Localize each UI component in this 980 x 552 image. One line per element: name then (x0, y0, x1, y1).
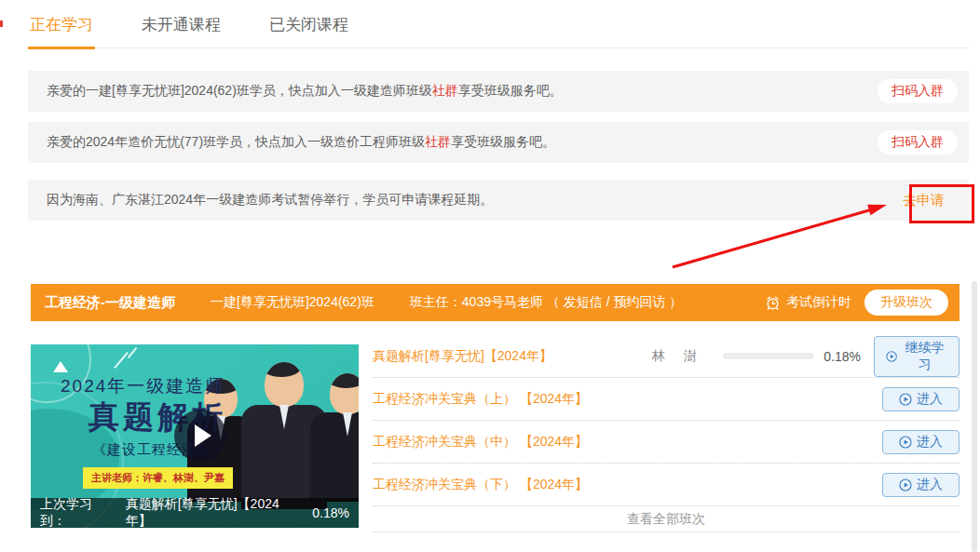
lesson-row: 工程经济冲关宝典（下） 【2024年】 进入 (373, 464, 960, 506)
alarm-clock-icon (765, 295, 781, 311)
notice-text-part: 享受班级服务吧。 (451, 134, 555, 149)
instructor-figure (310, 373, 359, 502)
stray-red-mark (0, 20, 3, 27)
scrollbar[interactable] (972, 281, 977, 552)
lesson-row: 工程经济冲关宝典（中） 【2024年】 进入 (373, 421, 960, 464)
tab-not-opened[interactable]: 未开通课程 (140, 0, 223, 47)
tab-learning[interactable]: 正在学习 (28, 0, 95, 49)
notice-text: 亲爱的2024年造价无忧(77)班学员，快点加入一级造价工程师班级社群享受班级服… (47, 134, 878, 151)
instructor-head (330, 373, 359, 414)
course-tabs: 正在学习 未开通课程 已关闭课程 (28, 0, 969, 48)
continue-learning-label: 继续学习 (902, 340, 947, 373)
notice-banner: 因为海南、广东湛江2024年一级建造师考试暂停举行，学员可申请课程延期。 去申请 (28, 180, 969, 221)
thumbnail-year-line: 2024年一级建造师 (61, 374, 225, 398)
play-button[interactable] (174, 410, 226, 462)
enter-lesson-button[interactable]: 进入 (882, 387, 960, 411)
instructor-body (310, 412, 359, 502)
course-class-name: 一建[尊享无忧班]2024(62)班 (211, 294, 374, 311)
decoration-slash (128, 347, 138, 358)
course-video-thumbnail[interactable]: 2024年一级建造师 真题解析 《建设工程经济》 主讲老师：许睿、林澍、尹嘉 上… (31, 344, 359, 528)
notice-text-part: 因为海南、广东湛江2024年一级建造师考试暂停举行，学员可申请课程延期。 (47, 192, 493, 207)
enter-lesson-label: 进入 (917, 391, 943, 408)
lesson-title-link[interactable]: 真题解析[尊享无忧]【2024年】 (373, 348, 652, 365)
learning-page: 正在学习 未开通课程 已关闭课程 亲爱的一建[尊享无忧班]2024(62)班学员… (0, 0, 980, 552)
notice-text: 因为海南、广东湛江2024年一级建造师考试暂停举行，学员可申请课程延期。 (47, 192, 890, 209)
lesson-title-link[interactable]: 工程经济冲关宝典（中） 【2024年】 (373, 434, 869, 451)
thumbnail-teachers-badge: 主讲老师：许睿、林澍、尹嘉 (83, 467, 233, 489)
scan-join-group-button[interactable]: 扫码入群 (878, 79, 958, 103)
upgrade-class-button[interactable]: 升级班次 (864, 289, 948, 316)
enter-lesson-button[interactable]: 进入 (882, 430, 960, 454)
lesson-title-link[interactable]: 工程经济冲关宝典（上） 【2024年】 (373, 391, 869, 408)
last-learned-bar: 上次学习到： 真题解析[尊享无忧]【2024年】 0.18% (31, 498, 359, 528)
notice-banner: 亲爱的一建[尊享无忧班]2024(62)班学员，快点加入一级建造师班级社群享受班… (28, 71, 969, 112)
decoration-triangle (53, 361, 68, 372)
course-card-header: 工程经济-一级建造师 一建[尊享无忧班]2024(62)班 班主任：4039号马… (31, 284, 960, 321)
enter-lesson-label: 进入 (917, 434, 943, 451)
exam-countdown-label: 考试倒计时 (786, 294, 851, 311)
lesson-teacher: 林 澍 (652, 348, 723, 365)
notice-text-part: 亲爱的2024年造价无忧(77)班学员，快点加入一级造价工程师班级 (47, 134, 425, 149)
exam-countdown[interactable]: 考试倒计时 (765, 294, 851, 311)
decoration-slash (114, 352, 129, 369)
apply-extension-link[interactable]: 去申请 (890, 192, 958, 209)
enter-lesson-label: 进入 (917, 477, 943, 493)
notice-text-part: 亲爱的一建[尊享无忧班]2024(62)班学员，快点加入一级建造师班级 (47, 83, 432, 98)
play-circle-icon (899, 436, 912, 449)
play-circle-icon (899, 393, 912, 406)
notice-highlight: 社群 (432, 83, 458, 98)
notice-highlight: 社群 (425, 134, 451, 149)
lesson-list: 真题解析[尊享无忧]【2024年】 林 澍 0.18% 继续学习 工程经济冲关宝… (373, 335, 960, 532)
last-learned-course: 真题解析[尊享无忧]【2024年】 (126, 496, 305, 528)
scan-join-group-button[interactable]: 扫码入群 (878, 130, 958, 155)
progress-bar (723, 353, 815, 359)
lesson-row: 工程经济冲关宝典（上） 【2024年】 进入 (373, 378, 960, 421)
play-circle-icon (899, 478, 912, 491)
instructor-head (265, 362, 304, 407)
class-manager-info[interactable]: 班主任：4039号马老师 （ 发短信 / 预约回访 ） (410, 294, 765, 311)
course-subject: 工程经济-一级建造师 (45, 294, 175, 312)
notice-text: 亲爱的一建[尊享无忧班]2024(62)班学员，快点加入一级建造师班级社群享受班… (47, 83, 878, 100)
last-learned-label: 上次学习到： (40, 496, 118, 528)
view-all-classes-link[interactable]: 查看全部班次 (373, 506, 960, 532)
last-learned-progress: 0.18% (312, 505, 349, 520)
continue-learning-button[interactable]: 继续学习 (874, 336, 960, 377)
tab-closed[interactable]: 已关闭课程 (267, 0, 350, 47)
play-circle-icon (886, 350, 897, 363)
notice-banner: 亲爱的2024年造价无忧(77)班学员，快点加入一级造价工程师班级社群享受班级服… (28, 122, 969, 163)
enter-lesson-button[interactable]: 进入 (882, 473, 960, 497)
notice-text-part: 享受班级服务吧。 (458, 83, 563, 98)
lesson-row: 真题解析[尊享无忧]【2024年】 林 澍 0.18% 继续学习 (373, 335, 960, 378)
lesson-title-link[interactable]: 工程经济冲关宝典（下） 【2024年】 (373, 477, 869, 493)
progress-percent: 0.18% (818, 349, 861, 364)
